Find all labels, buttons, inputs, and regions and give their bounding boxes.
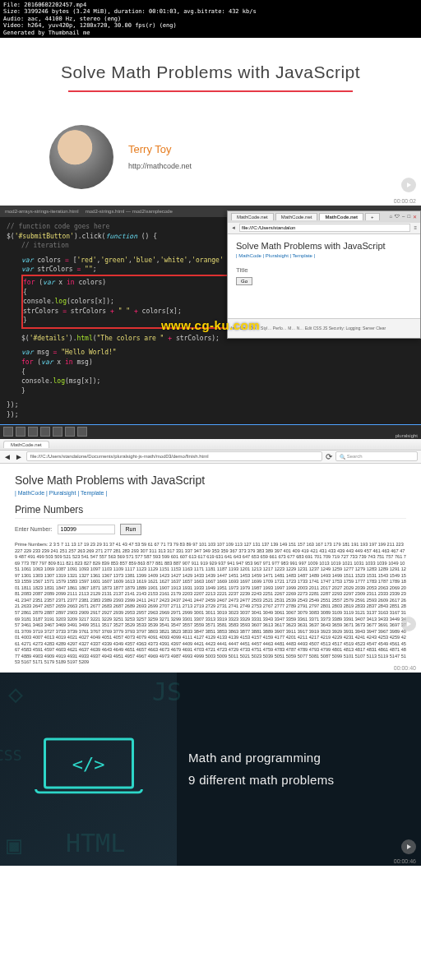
browser-address-bar: ◄ ≡ xyxy=(228,223,420,234)
taskbar-icon[interactable] xyxy=(53,427,62,437)
taskbar-brand: pluralsight xyxy=(396,433,418,438)
page-heading: Solve Math Problems with JavaScript xyxy=(15,474,406,487)
browser-toolbar: ◄ ► file:///C:/Users/standalone/Document… xyxy=(0,451,421,464)
decorative-icon: JS xyxy=(152,677,182,706)
url-input[interactable]: file:///C:/Users/standalone/Documents/pl… xyxy=(26,451,322,461)
taskbar-icon[interactable] xyxy=(28,427,38,437)
minimize-icon[interactable]: – xyxy=(402,214,405,220)
author-avatar xyxy=(49,125,113,189)
input-label: Enter Number: xyxy=(15,526,53,532)
reload-icon[interactable]: ⟳ xyxy=(326,452,332,461)
run-button[interactable]: Run xyxy=(120,524,142,535)
home-icon[interactable]: ⌂ xyxy=(389,214,392,220)
meta-audio: Audio: aac, 44100 Hz, stereo (eng) xyxy=(3,16,418,22)
thumbnail-timestamp: 00:00:46 xyxy=(394,858,416,864)
number-input[interactable] xyxy=(58,525,115,534)
taskbar-icon[interactable] xyxy=(16,427,25,437)
decorative-icon: ▣ xyxy=(7,830,21,859)
breadcrumb-links[interactable]: | MathCode | Pluralsight | Template | xyxy=(236,253,412,258)
close-icon[interactable]: ✕ xyxy=(413,214,417,220)
browser-tab[interactable]: MathCode.net xyxy=(3,441,49,448)
meta-video: Video: h264, yuv420p, 1280x720, 30.00 fp… xyxy=(3,22,418,29)
search-icon: 🔍 xyxy=(340,454,345,460)
devtools-bar[interactable]: In… Co… De… Styl… Perfo… M… N… Edit CSS … xyxy=(228,318,420,338)
shield-icon[interactable]: 🛡 xyxy=(395,214,400,220)
author-block: Terry Toy http://mathcode.net xyxy=(33,125,388,189)
code-comment: // function code goes here xyxy=(7,223,109,230)
breadcrumb-links[interactable]: | MathCode | Pluralsight | Template | xyxy=(15,490,406,496)
meta-file: File: 20160602202457.mp4 xyxy=(3,2,418,8)
primes-output: Prime Numbers: 2 3 5 7 11 13 17 19 23 29… xyxy=(15,542,406,666)
play-icon[interactable] xyxy=(401,178,416,192)
slide-line-1: Math and programming xyxy=(188,747,421,769)
browser-tab-bar: MathCode.net xyxy=(0,439,421,451)
title-underline xyxy=(68,90,353,92)
editor-tab[interactable]: mod2-strings.html — mod2\samplecode xyxy=(86,209,173,214)
slide-line-2: 9 different math problems xyxy=(188,769,421,791)
taskbar-icon[interactable] xyxy=(3,427,13,437)
section-label: Title xyxy=(236,266,412,274)
go-button[interactable]: Go xyxy=(236,277,252,285)
browser-tab-bar: MathCode.net MathCode.net MathCode.net +… xyxy=(228,211,420,223)
meta-generated: Generated by Thumbnail me xyxy=(3,30,418,36)
author-name: Terry Toy xyxy=(128,143,192,155)
browser-tab[interactable]: MathCode.net xyxy=(275,213,318,220)
overview-slide: ◇ JS ▣ HTML CSS </> Math and programming… xyxy=(0,673,421,866)
laptop-icon: </> xyxy=(44,738,134,800)
author-url: http://mathcode.net xyxy=(128,162,192,170)
taskbar-icon[interactable] xyxy=(77,427,87,437)
title-slide: Solve Math Problems with JavaScript Terr… xyxy=(0,38,421,206)
primes-label: Prime Numbers: xyxy=(15,542,48,547)
new-tab-button[interactable]: + xyxy=(365,213,380,220)
play-icon[interactable] xyxy=(401,839,416,854)
meta-size: Size: 3399246 bytes (3.24 MiB), duration… xyxy=(3,8,418,15)
windows-taskbar: pluralsight xyxy=(0,424,421,439)
thumbnail-timestamp: 00:00:40 xyxy=(394,665,416,671)
back-icon[interactable]: ◄ xyxy=(231,225,236,230)
slide-text: Math and programming 9 different math pr… xyxy=(177,673,421,866)
editor-tab[interactable]: mod2-arrays-strings-iteration.html xyxy=(5,209,79,214)
preview-browser-window: MathCode.net MathCode.net MathCode.net +… xyxy=(227,210,421,339)
search-input[interactable]: 🔍 Search xyxy=(335,451,418,461)
code-editor-slide: mod2-arrays-strings-iteration.html mod2-… xyxy=(0,206,421,424)
decorative-icon: CSS xyxy=(0,747,22,764)
section-heading: Prime Numbers xyxy=(15,504,406,519)
page-heading: Solve Math Problems with JavaScript xyxy=(236,241,412,251)
maximize-icon[interactable]: □ xyxy=(407,214,410,220)
primes-values: 2 3 5 7 11 13 17 19 23 29 31 37 41 43 47… xyxy=(15,542,406,664)
browser-tab-active[interactable]: MathCode.net xyxy=(319,213,363,220)
decorative-icon: ◇ xyxy=(8,679,23,708)
taskbar-icon[interactable] xyxy=(40,427,50,437)
thumbnail-timestamp: 00:00:02 xyxy=(394,198,416,204)
back-icon[interactable]: ◄ xyxy=(3,452,12,461)
play-icon[interactable] xyxy=(401,617,416,631)
url-input[interactable] xyxy=(239,224,411,232)
video-metadata: File: 20160602202457.mp4 Size: 3399246 b… xyxy=(0,0,421,38)
forward-icon[interactable]: ► xyxy=(15,452,23,461)
code-comment: // iteration xyxy=(21,242,69,249)
slide-graphic: ◇ JS ▣ HTML CSS </> xyxy=(0,673,177,866)
browser-tab[interactable]: MathCode.net xyxy=(231,213,274,220)
highlighted-code-block: for (var x in colors) { console.log(colo… xyxy=(21,275,233,329)
slide-title: Solve Math Problems with JavaScript xyxy=(33,62,388,82)
prime-numbers-slide: MathCode.net ◄ ► file:///C:/Users/standa… xyxy=(0,439,421,673)
menu-icon[interactable]: ≡ xyxy=(414,225,417,230)
code-icon: </> xyxy=(72,753,105,774)
taskbar-icon[interactable] xyxy=(65,427,75,437)
decorative-icon: HTML xyxy=(66,829,125,858)
